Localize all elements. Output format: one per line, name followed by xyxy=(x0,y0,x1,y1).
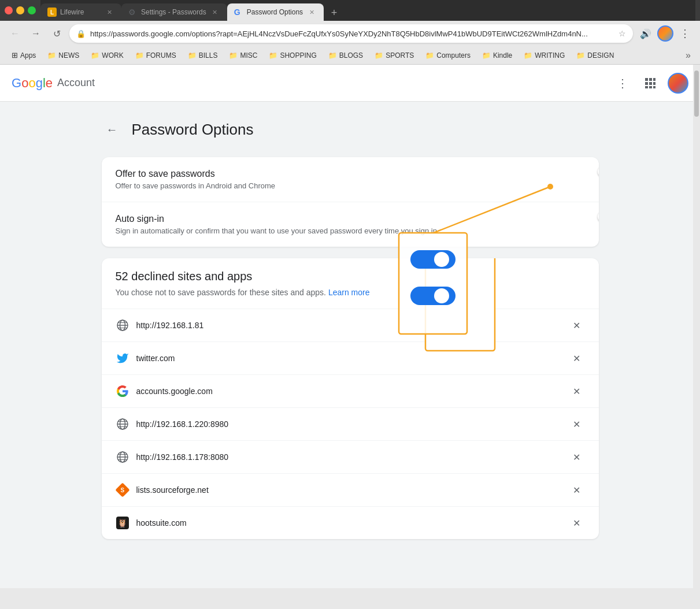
hootsuite-favicon: 🦉 xyxy=(116,516,129,530)
svg-rect-2 xyxy=(653,78,655,81)
site-url-sourceforge: lists.sourceforge.net xyxy=(136,485,562,495)
scrollbar-track[interactable] xyxy=(693,65,700,588)
site-row-192-168-1-178: http://192.168.1.178:8080 ✕ xyxy=(102,441,599,474)
offer-save-title: Offer to save passwords xyxy=(116,169,573,179)
account-user-avatar[interactable] xyxy=(668,73,688,94)
bookmark-sports-label: SPORTS xyxy=(386,51,414,60)
close-button[interactable]: ✕ xyxy=(5,6,13,14)
site-row-sourceforge: S lists.sourceforge.net ✕ xyxy=(102,474,599,507)
tab-lifewire-close[interactable]: ✕ xyxy=(104,7,114,17)
maximize-button[interactable]: + xyxy=(28,6,36,14)
bookmark-news[interactable]: 📁 NEWS xyxy=(43,50,84,61)
user-avatar xyxy=(657,25,673,42)
site-url-twitter: twitter.com xyxy=(136,354,562,363)
offer-save-row: Offer to save passwords Offer to save pa… xyxy=(102,157,599,202)
sports-folder-icon: 📁 xyxy=(375,51,383,60)
auto-signin-info: Auto sign-in Sign in automatically or co… xyxy=(116,214,573,235)
bookmark-misc[interactable]: 📁 MISC xyxy=(224,50,262,61)
tab-password-options-close[interactable]: ✕ xyxy=(306,7,317,17)
bookmark-shopping-label: SHOPPING xyxy=(280,51,316,60)
forums-folder-icon: 📁 xyxy=(135,51,144,60)
declined-title: 52 declined sites and apps xyxy=(116,270,585,283)
account-apps-button[interactable] xyxy=(640,73,661,94)
bookmarks-more-button[interactable]: » xyxy=(683,49,693,62)
site-row-accounts-google: accounts.google.com ✕ xyxy=(102,375,599,408)
declined-section: 52 declined sites and apps You chose not… xyxy=(102,258,599,539)
declined-header: 52 declined sites and apps You chose not… xyxy=(102,258,599,309)
bills-folder-icon: 📁 xyxy=(188,51,197,60)
svg-rect-8 xyxy=(653,86,655,88)
news-folder-icon: 📁 xyxy=(47,51,56,60)
bookmark-shopping[interactable]: 📁 SHOPPING xyxy=(264,50,321,61)
settings-section: Offer to save passwords Offer to save pa… xyxy=(102,157,599,247)
scrollbar-thumb[interactable] xyxy=(694,70,699,117)
shopping-folder-icon: 📁 xyxy=(269,51,277,60)
bookmark-bills[interactable]: 📁 BILLS xyxy=(183,50,223,61)
svg-rect-6 xyxy=(645,86,648,88)
add-tab-button[interactable]: + xyxy=(326,5,342,21)
address-bar: ← → ↺ 🔒 https://passwords.google.com/opt… xyxy=(0,21,700,46)
work-folder-icon: 📁 xyxy=(91,51,99,60)
tab-password-options[interactable]: G Password Options ✕ xyxy=(227,3,324,21)
title-bar: ✕ − + L Lifewire ✕ ⚙ Settings - Password… xyxy=(0,0,700,21)
bookmark-blogs[interactable]: 📁 BLOGS xyxy=(324,50,368,61)
back-button[interactable]: ← xyxy=(102,119,123,140)
security-lock-icon: 🔒 xyxy=(76,29,86,38)
tab-settings-close[interactable]: ✕ xyxy=(210,7,220,17)
bookmark-work[interactable]: 📁 WORK xyxy=(86,50,128,61)
bookmark-sports[interactable]: 📁 SPORTS xyxy=(370,50,418,61)
globe-favicon-3 xyxy=(116,450,129,464)
bookmark-design[interactable]: 📁 DESIGN xyxy=(572,50,618,61)
bookmark-apps[interactable]: ⊞ Apps xyxy=(7,49,40,61)
svg-rect-5 xyxy=(653,82,655,85)
learn-more-link[interactable]: Learn more xyxy=(328,288,370,297)
bookmark-forums[interactable]: 📁 FORUMS xyxy=(131,50,181,61)
bookmark-design-label: DESIGN xyxy=(587,51,614,60)
bookmark-kindle-label: Kindle xyxy=(493,51,512,60)
bookmark-computers[interactable]: 📁 Computers xyxy=(421,50,475,61)
bookmark-star-icon[interactable]: ☆ xyxy=(618,29,626,38)
bookmark-blogs-label: BLOGS xyxy=(339,51,363,60)
google-logo: Google Account xyxy=(12,76,95,91)
minimize-button[interactable]: − xyxy=(16,6,24,14)
browser-window: ✕ − + L Lifewire ✕ ⚙ Settings - Password… xyxy=(0,0,700,588)
site-row-192-168-1-81: http://192.168.1.81 ✕ xyxy=(102,309,599,342)
url-text: https://passwords.google.com/options?rap… xyxy=(90,29,614,38)
account-more-button[interactable]: ⋮ xyxy=(612,73,633,94)
svg-rect-1 xyxy=(649,78,652,81)
site-remove-5[interactable]: ✕ xyxy=(569,449,585,465)
bookmark-work-label: WORK xyxy=(102,51,123,60)
back-navigation-button[interactable]: ← xyxy=(7,25,23,42)
tab-lifewire[interactable]: L Lifewire ✕ xyxy=(40,3,121,21)
tab-settings-label: Settings - Passwords xyxy=(141,8,206,16)
page-title: Password Options xyxy=(132,121,254,139)
svg-rect-7 xyxy=(649,86,652,88)
site-url-192-168-1-178: http://192.168.1.178:8080 xyxy=(136,452,562,462)
bookmark-kindle[interactable]: 📁 Kindle xyxy=(477,50,517,61)
kindle-folder-icon: 📁 xyxy=(482,51,491,60)
site-remove-sourceforge[interactable]: ✕ xyxy=(569,482,585,498)
google-account-header: Google Account ⋮ xyxy=(0,65,700,102)
site-url-1: http://192.168.1.81 xyxy=(136,321,562,330)
site-remove-accounts-google[interactable]: ✕ xyxy=(569,383,585,399)
site-remove-twitter[interactable]: ✕ xyxy=(569,350,585,366)
profile-avatar[interactable] xyxy=(657,25,673,42)
main-content: ← Password Options Offer to save passwor… xyxy=(90,102,610,556)
site-row-twitter: twitter.com ✕ xyxy=(102,342,599,375)
bookmark-writing[interactable]: 📁 WRITING xyxy=(519,50,569,61)
globe-favicon-2 xyxy=(116,417,129,431)
site-remove-4[interactable]: ✕ xyxy=(569,416,585,432)
writing-folder-icon: 📁 xyxy=(524,51,532,60)
browser-header-icons: 🔊 ⋮ xyxy=(638,25,693,42)
reload-button[interactable]: ↺ xyxy=(49,25,65,42)
tab-settings-passwords[interactable]: ⚙ Settings - Passwords ✕ xyxy=(121,3,227,21)
site-remove-1[interactable]: ✕ xyxy=(569,317,585,333)
auto-signin-desc: Sign in automatically or confirm that yo… xyxy=(116,226,573,235)
url-bar[interactable]: 🔒 https://passwords.google.com/options?r… xyxy=(69,24,633,43)
forward-navigation-button[interactable]: → xyxy=(28,25,44,42)
volume-icon[interactable]: 🔊 xyxy=(638,25,654,42)
site-row-192-168-1-220: http://192.168.1.220:8980 ✕ xyxy=(102,408,599,441)
site-remove-hootsuite[interactable]: ✕ xyxy=(569,515,585,531)
site-url-hootsuite: hootsuite.com xyxy=(136,518,562,528)
more-menu-button[interactable]: ⋮ xyxy=(677,25,693,42)
